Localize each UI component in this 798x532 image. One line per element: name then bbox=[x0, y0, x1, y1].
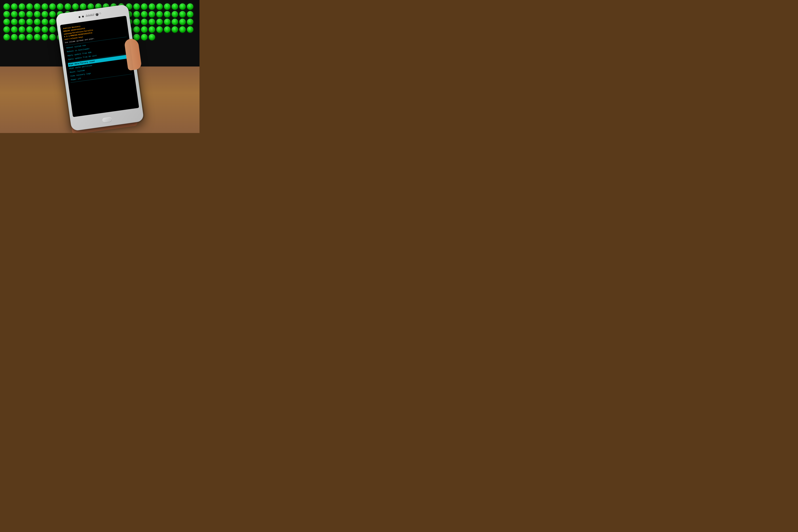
key-dot bbox=[172, 3, 178, 10]
key-dot bbox=[49, 3, 56, 10]
key-dot bbox=[42, 3, 48, 10]
key-dot bbox=[149, 34, 155, 40]
key-dot bbox=[49, 26, 56, 33]
key-dot bbox=[141, 3, 147, 10]
key-dot bbox=[164, 19, 170, 25]
key-dot bbox=[19, 3, 25, 10]
key-dot bbox=[187, 19, 193, 25]
key-dot bbox=[49, 11, 56, 17]
key-dot bbox=[172, 11, 178, 17]
key-dot bbox=[3, 26, 10, 33]
key-dot bbox=[49, 19, 56, 25]
key-dot bbox=[34, 3, 40, 10]
key-dot bbox=[149, 11, 155, 17]
key-dot bbox=[149, 3, 155, 10]
key-dot bbox=[149, 19, 155, 25]
key-dot bbox=[141, 34, 147, 40]
key-dot bbox=[19, 34, 25, 40]
phone-screen: Android Recovery MMB29K.G935FXXU1CPJ2 sa… bbox=[60, 16, 139, 117]
key-dot bbox=[141, 26, 147, 33]
key-dot bbox=[26, 19, 33, 25]
key-dot bbox=[34, 34, 40, 40]
key-dot bbox=[3, 11, 10, 17]
key-dot bbox=[26, 3, 33, 10]
key-dot bbox=[179, 19, 186, 25]
key-dot bbox=[157, 3, 163, 10]
recovery-menu: Reboot system nowReboot to bootloaderApp… bbox=[66, 38, 132, 82]
key-dot bbox=[3, 3, 10, 10]
key-dot bbox=[19, 26, 25, 33]
key-dot bbox=[11, 26, 17, 33]
sensor-dot-2 bbox=[82, 16, 84, 18]
key-dot bbox=[34, 11, 40, 17]
key-dot bbox=[133, 34, 140, 40]
key-dot bbox=[80, 3, 86, 10]
key-dot bbox=[19, 11, 25, 17]
key-dot bbox=[179, 26, 186, 33]
key-dot bbox=[42, 19, 48, 25]
recovery-screen: Android Recovery MMB29K.G935FXXU1CPJ2 sa… bbox=[60, 16, 139, 117]
key-dot bbox=[179, 3, 186, 10]
key-dot bbox=[133, 19, 140, 25]
key-dot bbox=[164, 26, 170, 33]
key-dot bbox=[88, 3, 94, 10]
key-dot bbox=[172, 19, 178, 25]
key-dot bbox=[172, 26, 178, 33]
key-dot bbox=[42, 11, 48, 17]
key-dot bbox=[26, 26, 33, 33]
key-dot bbox=[141, 19, 147, 25]
key-dot bbox=[187, 26, 193, 33]
key-dot bbox=[141, 11, 147, 17]
key-dot bbox=[42, 26, 48, 33]
key-dot bbox=[187, 3, 193, 10]
home-button[interactable] bbox=[102, 117, 112, 123]
key-dot bbox=[164, 11, 170, 17]
key-dot bbox=[3, 34, 10, 40]
proximity-sensor bbox=[78, 16, 80, 18]
key-dot bbox=[19, 19, 25, 25]
key-dot bbox=[26, 11, 33, 17]
key-dot bbox=[11, 34, 17, 40]
key-dot bbox=[57, 3, 63, 10]
key-dot bbox=[149, 26, 155, 33]
key-dot bbox=[133, 26, 140, 33]
key-dot bbox=[11, 3, 17, 10]
key-dot bbox=[164, 3, 170, 10]
key-dot bbox=[133, 3, 140, 10]
key-dot bbox=[11, 19, 17, 25]
key-dot bbox=[3, 19, 10, 25]
key-dot bbox=[187, 11, 193, 17]
key-dot bbox=[179, 11, 186, 17]
key-dot bbox=[72, 3, 78, 10]
key-dot bbox=[133, 11, 140, 17]
key-dot bbox=[65, 3, 71, 10]
key-dot bbox=[34, 26, 40, 33]
key-dot bbox=[157, 19, 163, 25]
key-dot bbox=[157, 26, 163, 33]
key-dot bbox=[26, 34, 33, 40]
key-dot bbox=[42, 34, 48, 40]
key-dot bbox=[49, 34, 56, 40]
key-dot bbox=[11, 11, 17, 17]
key-dot bbox=[157, 11, 163, 17]
key-dot bbox=[34, 19, 40, 25]
